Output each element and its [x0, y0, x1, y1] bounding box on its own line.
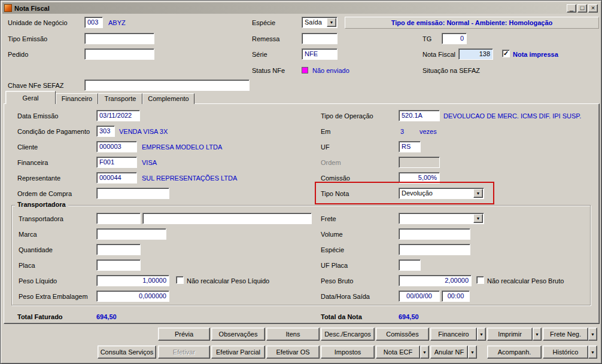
total-da-nota-value: 694,50 — [399, 313, 419, 320]
previa-button[interactable]: Prévia — [158, 328, 210, 341]
representante-label: Representante — [17, 175, 60, 182]
tab-transporte[interactable]: Transporte — [98, 93, 142, 104]
frete-select[interactable]: ▼ — [399, 213, 484, 224]
observacoes-button[interactable]: Observações — [211, 328, 265, 341]
especie-transporte-field[interactable] — [399, 244, 470, 255]
nao-recalcular-peso-bruto-checkbox[interactable] — [476, 276, 484, 284]
window-title: Nota Fiscal — [14, 5, 567, 12]
comissao-label: Comissão — [321, 175, 350, 182]
nota-impressa-checkbox[interactable]: ✓ — [502, 50, 510, 57]
peso-liquido-field[interactable]: 1,00000 — [96, 275, 169, 286]
pedido-field[interactable] — [84, 48, 154, 60]
ordem-compra-label: Ordem de Compra — [17, 190, 72, 197]
acompanh-button[interactable]: Acompanh. — [487, 345, 542, 359]
peso-extra-label: Peso Extra Embalagem — [19, 293, 88, 300]
tab-geral[interactable]: Geral — [5, 91, 56, 104]
serie-field[interactable]: NFE — [302, 48, 338, 60]
tipo-nota-label: Tipo Nota — [321, 190, 349, 197]
anular-nf-dropdown-icon[interactable]: ▼ — [468, 345, 477, 359]
peso-extra-field[interactable]: 0,000000 — [96, 290, 169, 302]
volume-field[interactable] — [399, 228, 470, 240]
status-nfe-swatch — [302, 67, 308, 74]
comissoes-button[interactable]: Comissões — [376, 328, 429, 341]
minimize-icon[interactable]: _ — [567, 4, 576, 13]
imprimir-button[interactable]: Imprimir — [487, 328, 533, 341]
financeiro-dropdown-icon[interactable]: ▼ — [477, 328, 486, 341]
anular-nf-button[interactable]: Anular NF — [430, 345, 468, 359]
transportadora-name-field[interactable] — [142, 213, 312, 224]
ordem-label: Ordem — [321, 159, 341, 166]
check-icon: ✓ — [503, 50, 509, 57]
tg-label: TG — [422, 35, 431, 42]
marca-field[interactable] — [96, 228, 166, 240]
chave-nfe-field[interactable] — [84, 79, 250, 91]
historico-button[interactable]: Histórico — [543, 345, 588, 359]
tg-field[interactable]: 0 — [442, 33, 467, 44]
nota-ecf-button[interactable]: Nota ECF — [376, 345, 420, 359]
tab-financeiro[interactable]: Financeiro — [56, 93, 98, 104]
quantidade-field[interactable] — [96, 244, 141, 255]
chave-nfe-label: Chave NFe SEFAZ — [8, 82, 64, 89]
chevron-down-icon[interactable]: ▼ — [473, 214, 483, 223]
chevron-down-icon[interactable]: ▼ — [327, 18, 336, 27]
efetivar-parcial-button[interactable]: Efetivar Parcial — [211, 345, 265, 359]
chevron-down-icon[interactable]: ▼ — [473, 189, 483, 198]
peso-bruto-field[interactable]: 2,00000 — [399, 275, 472, 286]
tab-complemento[interactable]: Complemento — [142, 93, 194, 104]
total-faturado-label: Total Faturado — [17, 313, 63, 320]
frete-neg-dropdown-icon[interactable]: ▼ — [588, 328, 597, 341]
financeiro-button[interactable]: Financeiro — [430, 328, 477, 341]
placa-field[interactable] — [96, 259, 141, 271]
status-nfe-value: Não enviado — [312, 67, 349, 74]
nao-recalcular-peso-liquido-checkbox[interactable] — [176, 276, 184, 284]
condicao-pagamento-field[interactable]: 303 — [96, 126, 115, 137]
placa-label: Placa — [19, 262, 35, 269]
especie-transporte-label: Espécie — [321, 246, 344, 253]
financeira-field[interactable]: F001 — [96, 157, 137, 168]
condicao-pagamento-label: Condição de Pagamento — [17, 128, 90, 135]
representante-field[interactable]: 000044 — [96, 172, 137, 183]
uf-placa-label: UF Placa — [321, 262, 348, 269]
data-hora-saida-label: Data/Hora Saída — [321, 293, 370, 300]
comissao-field[interactable]: 5,00% — [399, 172, 440, 183]
cliente-label: Cliente — [17, 143, 38, 151]
nota-impressa-label: Nota impressa — [513, 51, 558, 58]
impostos-button[interactable]: Impostos — [321, 345, 375, 359]
especie-select[interactable]: Saída ▼ — [302, 17, 338, 28]
data-saida-field[interactable]: 00/00/00 — [399, 290, 440, 302]
tipo-operacao-desc: DEVOLUCAO DE MERC. ICMS DIF. IPI SUSP. — [443, 112, 581, 120]
uf-field[interactable]: RS — [399, 141, 421, 152]
nao-recalcular-peso-bruto-label: Não recalcular Peso Bruto — [487, 277, 564, 285]
nota-fiscal-field[interactable]: 138 — [458, 48, 493, 60]
condicao-pagamento-desc: VENDA VISA 3X — [119, 128, 168, 135]
titlebar[interactable]: Nota Fiscal _ □ × — [2, 2, 600, 14]
especie-label: Espécie — [252, 19, 275, 26]
unidade-negocio-field[interactable]: 003 — [84, 17, 103, 28]
efetivar-os-button[interactable]: Efetivar OS — [266, 345, 320, 359]
em-label: Em — [321, 128, 331, 135]
ordem-compra-field[interactable] — [96, 188, 169, 199]
close-icon[interactable]: × — [588, 4, 598, 13]
situacao-sefaz-label: Situação na SEFAZ — [422, 67, 480, 74]
data-emissao-field[interactable]: 03/11/2022 — [96, 110, 140, 121]
nota-ecf-dropdown-icon[interactable]: ▼ — [420, 345, 429, 359]
tipo-operacao-field[interactable]: 520.1A — [399, 110, 440, 121]
app-icon — [4, 4, 12, 12]
imprimir-dropdown-icon[interactable]: ▼ — [533, 328, 542, 341]
total-da-nota-label: Total da Nota — [321, 313, 362, 320]
itens-button[interactable]: Itens — [266, 328, 320, 341]
pedido-label: Pedido — [8, 51, 28, 58]
frete-neg-button[interactable]: Frete Neg. — [543, 328, 588, 341]
uf-placa-field[interactable] — [399, 259, 421, 271]
transportadora-code-field[interactable] — [96, 213, 141, 224]
consulta-servicos-button[interactable]: Consulta Serviços — [98, 345, 156, 359]
marca-label: Marca — [19, 231, 37, 238]
cliente-field[interactable]: 000003 — [96, 141, 137, 152]
remessa-field[interactable] — [302, 33, 338, 44]
tipo-emissao-field[interactable] — [84, 33, 154, 44]
historico-dropdown-icon[interactable]: ▼ — [588, 345, 597, 359]
maximize-icon[interactable]: □ — [577, 4, 587, 13]
hora-saida-field[interactable]: 00:00 — [442, 290, 470, 302]
tipo-nota-select[interactable]: Devolução ▼ — [399, 188, 484, 199]
desc-encargos-button[interactable]: Desc./Encargos — [321, 328, 375, 341]
